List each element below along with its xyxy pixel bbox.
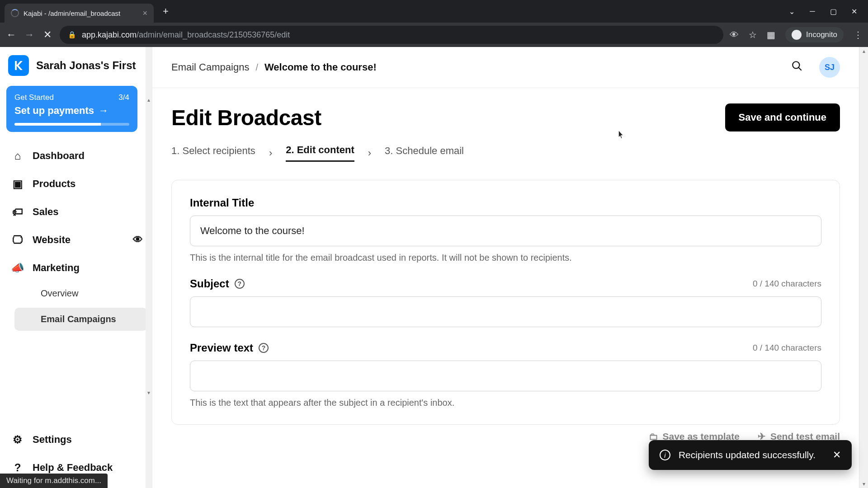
incognito-label: Incognito: [806, 30, 837, 39]
search-icon[interactable]: [791, 60, 803, 75]
sidebar-item-label: Marketing: [33, 262, 80, 274]
avatar-initials: SJ: [825, 63, 835, 72]
close-window-button[interactable]: ✕: [850, 7, 858, 16]
sidebar-item-website[interactable]: 🖵 Website 👁: [6, 226, 147, 254]
close-tab-icon[interactable]: ×: [142, 9, 147, 18]
url-domain: app.kajabi.com: [82, 30, 137, 39]
sidebar-item-settings[interactable]: ⚙ Settings: [6, 426, 147, 454]
subject-input[interactable]: [190, 296, 821, 327]
internal-title-label: Internal Title: [190, 197, 254, 209]
arrow-right-icon: →: [99, 105, 108, 117]
svg-point-0: [793, 61, 799, 68]
tag-icon: 🏷: [11, 205, 24, 219]
main-panel: Email Campaigns / Welcome to the course!…: [152, 47, 859, 488]
step-schedule-email[interactable]: 3. Schedule email: [385, 145, 464, 161]
sidebar-item-products[interactable]: ▣ Products: [6, 170, 147, 198]
sidebar-item-label: Dashboard: [33, 150, 85, 162]
field-preview-text: Preview text ? 0 / 140 characters This i…: [190, 342, 821, 408]
address-bar: ← → ✕ 🔒 app.kajabi.com/admin/email_broad…: [0, 23, 868, 47]
chevron-right-icon: ›: [269, 147, 272, 159]
gear-icon: ⚙: [11, 433, 24, 446]
sidebar-item-dashboard[interactable]: ⌂ Dashboard: [6, 142, 147, 170]
sidebar-item-label: Settings: [33, 434, 72, 446]
url-input[interactable]: 🔒 app.kajabi.com/admin/email_broadcasts/…: [60, 26, 723, 44]
sidebar: ▴ ▴ Sarah Jonas's First Get Started 3/4 …: [0, 47, 152, 488]
browser-status-bar: Waiting for m.addthis.com...: [0, 474, 108, 488]
sidebar-item-label: Products: [33, 178, 75, 190]
top-bar: Email Campaigns / Welcome to the course!…: [152, 47, 859, 88]
sidebar-item-label: Website: [33, 234, 71, 246]
incognito-icon: [792, 30, 802, 40]
browser-tab[interactable]: Kajabi - /admin/email_broadcast ×: [5, 4, 154, 23]
avatar[interactable]: SJ: [819, 57, 840, 78]
new-tab-button[interactable]: +: [163, 5, 169, 17]
privacy-eye-icon[interactable]: 👁: [730, 30, 739, 40]
monitor-icon: 🖵: [11, 233, 24, 247]
back-button[interactable]: ←: [5, 29, 17, 41]
sidebar-item-sales[interactable]: 🏷 Sales: [6, 198, 147, 226]
sidebar-subitem-overview[interactable]: Overview: [14, 282, 147, 305]
preview-eye-icon[interactable]: 👁: [133, 234, 143, 246]
loading-spinner-icon: [11, 9, 19, 17]
wizard-steps: 1. Select recipients › 2. Edit content ›…: [171, 144, 840, 162]
sidebar-item-label: Sales: [33, 206, 59, 218]
scroll-up-arrow-icon[interactable]: ▴: [859, 48, 868, 54]
help-icon[interactable]: ?: [235, 279, 245, 289]
window-controls: ⌄ ─ ▢ ✕: [788, 7, 868, 16]
tab-search-chevron-icon[interactable]: ⌄: [788, 7, 796, 16]
scroll-up-arrow-icon[interactable]: ▴: [146, 97, 152, 103]
step-select-recipients[interactable]: 1. Select recipients: [171, 145, 255, 161]
sidebar-subitem-email-campaigns[interactable]: Email Campaigns: [14, 308, 147, 331]
toast-message: Recipients updated successfully.: [679, 450, 816, 460]
chevron-right-icon: ›: [368, 147, 371, 159]
onboard-progress-bar: [14, 123, 129, 126]
box-icon: ▣: [11, 177, 24, 191]
forward-button[interactable]: →: [24, 29, 35, 41]
page-scrollbar[interactable]: ▴ ▾: [859, 47, 868, 488]
internal-title-hint: This is the internal title for the email…: [190, 253, 821, 263]
sidebar-item-label: Help & Feedback: [33, 462, 113, 474]
help-icon[interactable]: ?: [259, 343, 269, 353]
brand-row[interactable]: Sarah Jonas's First: [6, 53, 147, 78]
preview-text-label: Preview text: [190, 342, 253, 354]
sidebar-item-marketing[interactable]: 📣 Marketing: [6, 254, 147, 282]
toast-notification: i Recipients updated successfully. ✕: [649, 440, 852, 470]
extensions-icon[interactable]: ▦: [767, 29, 775, 40]
info-icon: i: [660, 450, 670, 460]
stop-reload-button[interactable]: ✕: [42, 29, 53, 41]
preview-text-input[interactable]: [190, 361, 821, 391]
breadcrumb-separator: /: [255, 62, 258, 73]
browser-menu-button[interactable]: ⋮: [854, 29, 863, 40]
field-subject: Subject ? 0 / 140 characters: [190, 277, 821, 327]
app-frame: ▴ ▴ Sarah Jonas's First Get Started 3/4 …: [0, 47, 868, 488]
scroll-down-arrow-icon[interactable]: ▴: [146, 390, 152, 397]
megaphone-icon: 📣: [11, 261, 24, 275]
sidebar-scrollbar[interactable]: ▴ ▴: [146, 47, 152, 488]
lock-icon: 🔒: [68, 31, 76, 39]
bookmark-star-icon[interactable]: ☆: [749, 29, 757, 40]
save-continue-button[interactable]: Save and continue: [725, 103, 840, 131]
minimize-button[interactable]: ─: [808, 7, 816, 16]
breadcrumb-root[interactable]: Email Campaigns: [171, 61, 249, 73]
page-title: Edit Broadcast: [171, 105, 321, 130]
help-circle-icon: ?: [11, 461, 24, 474]
sidebar-subitem-label: Overview: [41, 288, 78, 298]
home-icon: ⌂: [11, 149, 24, 163]
content-area: Edit Broadcast Save and continue 1. Sele…: [152, 88, 859, 440]
tab-title: Kajabi - /admin/email_broadcast: [24, 9, 138, 17]
incognito-badge[interactable]: Incognito: [785, 27, 844, 42]
preview-text-hint: This is the text that appears after the …: [190, 398, 821, 408]
step-edit-content[interactable]: 2. Edit content: [286, 144, 354, 162]
maximize-button[interactable]: ▢: [829, 7, 837, 16]
onboarding-card[interactable]: Get Started 3/4 Set up payments →: [6, 86, 137, 132]
preview-char-count: 0 / 140 characters: [753, 343, 821, 353]
internal-title-input[interactable]: [190, 216, 821, 246]
field-internal-title: Internal Title This is the internal titl…: [190, 197, 821, 263]
onboard-cta-label: Set up payments: [14, 105, 94, 117]
onboard-progress: 3/4: [118, 93, 129, 102]
subject-label: Subject: [190, 277, 229, 290]
close-icon[interactable]: ✕: [833, 449, 841, 461]
browser-tab-bar: Kajabi - /admin/email_broadcast × + ⌄ ─ …: [0, 0, 868, 23]
subject-char-count: 0 / 140 characters: [753, 279, 821, 289]
scroll-down-arrow-icon[interactable]: ▾: [859, 481, 868, 487]
